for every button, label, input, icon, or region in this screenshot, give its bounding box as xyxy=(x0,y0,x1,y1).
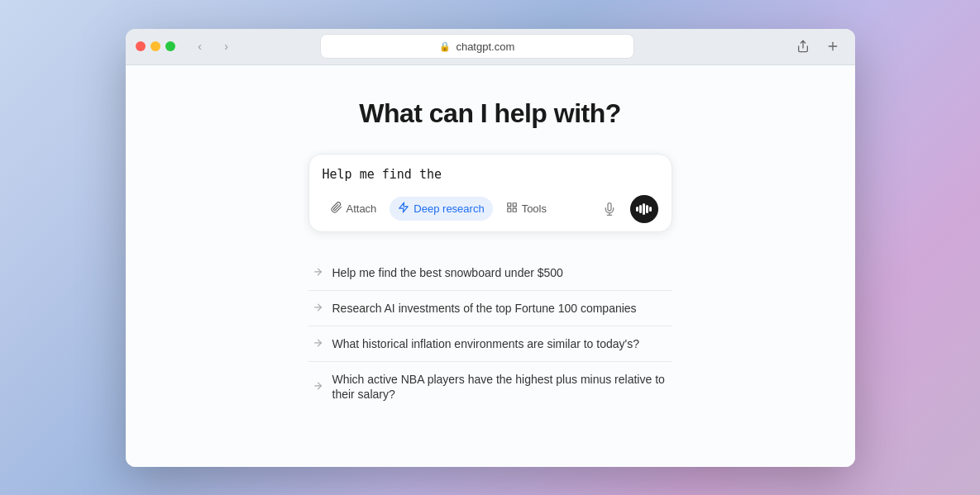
new-tab-button[interactable] xyxy=(821,35,844,58)
minimize-button[interactable] xyxy=(151,41,160,51)
fullscreen-button[interactable] xyxy=(165,41,175,51)
suggestion-text: Which active NBA players have the highes… xyxy=(332,372,669,402)
microphone-button[interactable] xyxy=(595,195,624,223)
svg-marker-3 xyxy=(399,202,409,212)
suggestion-item[interactable]: Which active NBA players have the highes… xyxy=(308,362,672,412)
browser-titlebar: ‹ › 🔒 chatgpt.com xyxy=(126,29,855,65)
suggestion-arrow-icon xyxy=(308,300,326,317)
audio-waveform-button[interactable] xyxy=(630,195,658,223)
tools-icon xyxy=(506,202,518,216)
suggestion-text: Help me find the best snowboard under $5… xyxy=(332,265,563,280)
forward-button[interactable]: › xyxy=(215,35,238,58)
audio-waveform-icon xyxy=(636,203,652,215)
attach-label: Attach xyxy=(347,202,377,215)
url-text: chatgpt.com xyxy=(456,40,514,53)
svg-rect-4 xyxy=(507,203,510,207)
tools-button[interactable]: Tools xyxy=(498,197,555,221)
svg-rect-6 xyxy=(513,208,516,212)
suggestion-text: Research AI investments of the top Fortu… xyxy=(332,301,637,316)
input-toolbar: Attach Deep research xyxy=(323,195,658,223)
toolbar-right xyxy=(595,195,658,223)
back-button[interactable]: ‹ xyxy=(189,35,212,58)
input-container: Help me find the Attach xyxy=(308,154,672,232)
deep-research-button[interactable]: Deep research xyxy=(390,197,492,221)
suggestion-arrow-icon xyxy=(308,378,326,396)
nav-buttons: ‹ › xyxy=(189,35,238,58)
suggestion-arrow-icon xyxy=(308,264,326,281)
suggestions-list: Help me find the best snowboard under $5… xyxy=(308,255,672,412)
svg-rect-5 xyxy=(513,203,516,207)
svg-line-12 xyxy=(314,340,321,346)
chat-input[interactable]: Help me find the xyxy=(323,166,658,192)
suggestion-text: What historical inflation environments a… xyxy=(332,336,640,351)
attach-icon xyxy=(331,202,342,216)
page-heading: What can I help with? xyxy=(359,98,621,129)
deep-research-icon xyxy=(398,202,409,216)
traffic-lights xyxy=(136,41,175,51)
address-bar[interactable]: 🔒 chatgpt.com xyxy=(320,34,634,59)
tools-label: Tools xyxy=(522,202,547,215)
attach-button[interactable]: Attach xyxy=(323,197,385,221)
suggestion-item[interactable]: Help me find the best snowboard under $5… xyxy=(308,255,672,291)
deep-research-label: Deep research xyxy=(414,202,484,215)
svg-rect-7 xyxy=(507,208,510,212)
browser-window: ‹ › 🔒 chatgpt.com Wh xyxy=(126,29,855,467)
browser-content: What can I help with? Help me find the A… xyxy=(126,65,855,467)
suggestion-item[interactable]: What historical inflation environments a… xyxy=(308,326,672,362)
share-button[interactable] xyxy=(791,35,815,58)
browser-actions xyxy=(791,35,844,58)
lock-icon: 🔒 xyxy=(439,41,451,52)
suggestion-item[interactable]: Research AI investments of the top Fortu… xyxy=(308,291,672,326)
close-button[interactable] xyxy=(136,41,146,51)
suggestion-arrow-icon xyxy=(308,336,326,353)
